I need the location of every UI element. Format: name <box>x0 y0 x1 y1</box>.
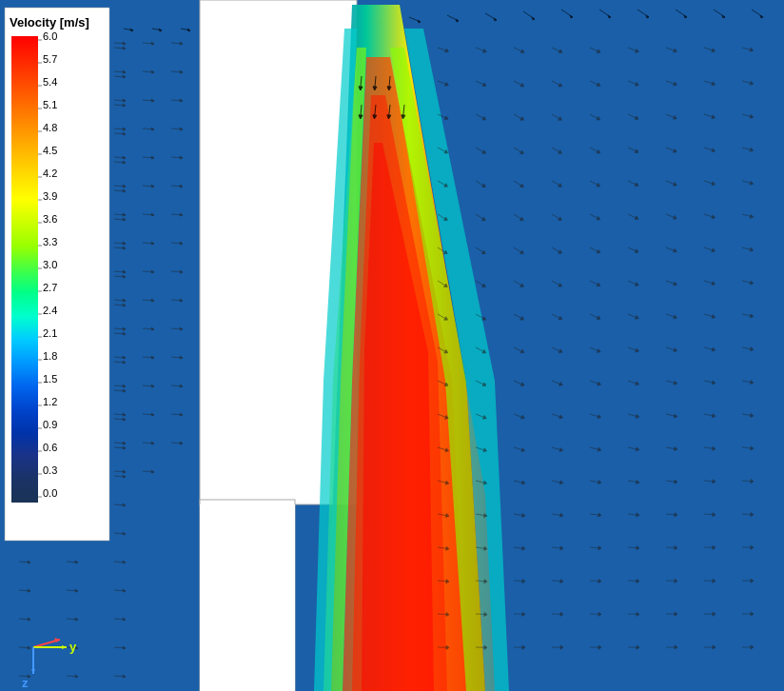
svg-text:5.4: 5.4 <box>43 76 57 88</box>
svg-text:0.6: 0.6 <box>43 442 57 453</box>
svg-text:4.8: 4.8 <box>43 122 57 133</box>
main-canvas: y z Velocity [m/s] <box>0 0 784 691</box>
svg-text:3.0: 3.0 <box>43 259 57 270</box>
svg-text:4.2: 4.2 <box>43 168 57 179</box>
svg-text:5.1: 5.1 <box>43 99 57 110</box>
svg-text:0.9: 0.9 <box>43 419 57 430</box>
svg-text:3.9: 3.9 <box>43 190 57 202</box>
svg-text:4.5: 4.5 <box>43 145 57 156</box>
svg-text:3.3: 3.3 <box>43 236 57 247</box>
svg-text:Velocity [m/s]: Velocity [m/s] <box>10 15 89 30</box>
svg-text:3.6: 3.6 <box>43 213 57 225</box>
svg-text:2.4: 2.4 <box>43 305 57 316</box>
svg-text:0.0: 0.0 <box>43 487 57 499</box>
svg-rect-645 <box>11 36 38 503</box>
svg-text:5.7: 5.7 <box>43 53 57 65</box>
svg-text:1.2: 1.2 <box>43 396 57 407</box>
svg-text:1.8: 1.8 <box>43 350 57 362</box>
svg-text:2.1: 2.1 <box>43 327 57 339</box>
svg-rect-634 <box>200 504 295 691</box>
svg-text:2.7: 2.7 <box>43 282 57 293</box>
svg-text:1.5: 1.5 <box>43 373 57 385</box>
svg-text:y: y <box>69 640 77 654</box>
svg-text:6.0: 6.0 <box>43 30 57 42</box>
svg-text:0.3: 0.3 <box>43 464 57 476</box>
cfd-visualization: y z Velocity [m/s] <box>0 0 784 691</box>
svg-text:z: z <box>22 676 29 690</box>
